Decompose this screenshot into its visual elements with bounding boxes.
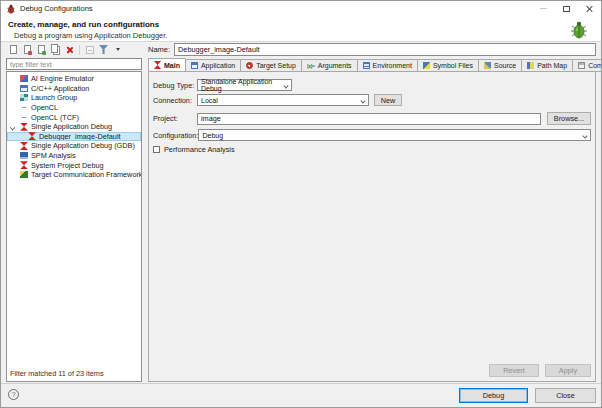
configuration-select[interactable]: Debug [198,129,591,141]
header-banner: Create, manage, and run configurations D… [1,16,601,42]
configuration-tree: AI Engine Emulator C/C++ Application Lau… [6,71,142,382]
browse-button[interactable]: Browse... [547,112,591,125]
editor-tabbar: Main Application Target Setup (x)= Argum… [148,58,596,72]
new-prototype-icon [24,45,31,54]
tcf-icon [20,171,28,178]
tree-item-opencl-tcf[interactable]: ~ OpenCL (TCF) [7,112,141,122]
delete-icon [66,46,74,54]
filter-menu-button[interactable] [111,43,124,56]
performance-analysis-row: Performance Analysis [153,145,591,154]
performance-analysis-checkbox[interactable] [153,146,160,153]
tree-item-single-application-debug[interactable]: Single Application Debug [7,122,141,132]
launch-group-icon [20,94,28,101]
chevron-down-icon [582,133,587,138]
help-button[interactable]: ? [8,389,19,400]
opencl-tcf-icon: ~ [20,113,28,121]
target-setup-tab-icon [246,62,253,69]
configurations-sidebar: AI Engine Emulator C/C++ Application Lau… [6,42,142,382]
maximize-button[interactable] [555,1,578,16]
main-tab-icon [154,61,161,69]
close-dialog-button[interactable]: Close [535,388,596,403]
close-button[interactable] [578,1,601,16]
titlebar: Debug Configurations [1,1,601,16]
application-tab-icon [191,62,198,69]
arguments-tab-icon: (x)= [307,62,315,70]
common-tab-icon [578,62,585,69]
project-label: Project: [153,114,197,123]
main-tab-panel: Debug Type: Standalone Application Debug… [148,71,596,382]
tree-item-ai-engine-emulator[interactable]: AI Engine Emulator [7,74,141,84]
debug-type-select[interactable]: Standalone Application Debug [197,79,292,91]
filter-button[interactable] [97,43,110,56]
spm-analysis-icon [20,152,28,159]
filter-input[interactable] [6,58,142,70]
filter-funnel-icon [99,45,108,54]
new-configuration-button[interactable] [7,43,20,56]
name-input[interactable] [174,43,596,56]
revert-button[interactable]: Revert [489,364,539,377]
project-input[interactable] [197,113,541,125]
opencl-icon: ~ [20,104,28,112]
collapse-all-button[interactable] [83,43,96,56]
debug-bug-icon [6,4,16,14]
system-project-debug-icon [20,161,28,169]
duplicate-configuration-button[interactable] [49,43,62,56]
source-tab-icon [484,62,491,69]
close-icon [586,5,594,13]
tree-item-cpp-application[interactable]: C/C++ Application [7,84,141,94]
configuration-label: Configuration: [153,131,198,140]
tree-item-single-application-debug-gdb[interactable]: Single Application Debug (GDB) [7,141,141,151]
path-map-tab-icon [527,62,534,69]
tree-item-launch-group[interactable]: Launch Group [7,93,141,103]
export-configuration-icon [38,45,45,54]
chevron-down-icon [116,48,120,51]
tree-item-debugger-image-default[interactable]: Debugger_image-Default [7,132,141,142]
tree-item-spm-analysis[interactable]: SPM Analysis [7,151,141,161]
configuration-editor: Name: Main Application Target Setup (x)=… [148,42,596,382]
dialog-footer: ? Debug Close [1,383,601,407]
chevron-down-icon [360,98,365,103]
minimize-icon [540,8,547,9]
tree-item-target-communication-framework[interactable]: Target Communication Framework [7,170,141,180]
connection-select[interactable]: Local [197,94,369,106]
single-app-debug-icon [28,132,36,140]
debug-button[interactable]: Debug [459,388,528,403]
duplicate-configuration-icon [51,44,58,53]
page-subtitle: Debug a program using Application Debugg… [1,29,601,40]
minimize-button[interactable] [532,1,555,16]
help-icon: ? [11,390,15,399]
name-label: Name: [148,45,170,54]
filter-match-status: Filter matched 11 of 23 items [10,369,104,378]
maximize-icon [563,6,570,12]
tab-main[interactable]: Main [148,58,186,72]
new-connection-button[interactable]: New [374,94,402,106]
toolbar-separator [79,45,80,55]
tree-item-system-project-debug[interactable]: System Project Debug [7,160,141,170]
window-title: Debug Configurations [20,4,93,13]
apply-button[interactable]: Apply [545,364,591,377]
export-configuration-button[interactable] [35,43,48,56]
connection-label: Connection: [153,96,197,105]
page-title: Create, manage, and run configurations [1,16,601,29]
expand-chevron-icon[interactable] [10,124,15,129]
single-app-debug-icon [20,123,28,131]
cpp-application-icon [20,85,28,92]
tree-item-opencl[interactable]: ~ OpenCL [7,103,141,113]
debug-configurations-dialog: Debug Configurations Create, manage, and… [0,0,602,408]
ai-engine-icon [20,75,28,82]
new-prototype-button[interactable] [21,43,34,56]
delete-configuration-button[interactable] [63,43,76,56]
sidebar-toolbar [6,42,142,57]
single-app-debug-gdb-icon [20,142,28,150]
performance-analysis-label: Performance Analysis [164,145,235,154]
new-configuration-icon [10,45,17,54]
banner-bug-icon [568,19,590,41]
collapse-all-icon [86,46,94,54]
symbol-files-tab-icon [423,62,430,69]
debug-type-label: Debug Type: [153,81,197,90]
environment-tab-icon [363,62,370,69]
